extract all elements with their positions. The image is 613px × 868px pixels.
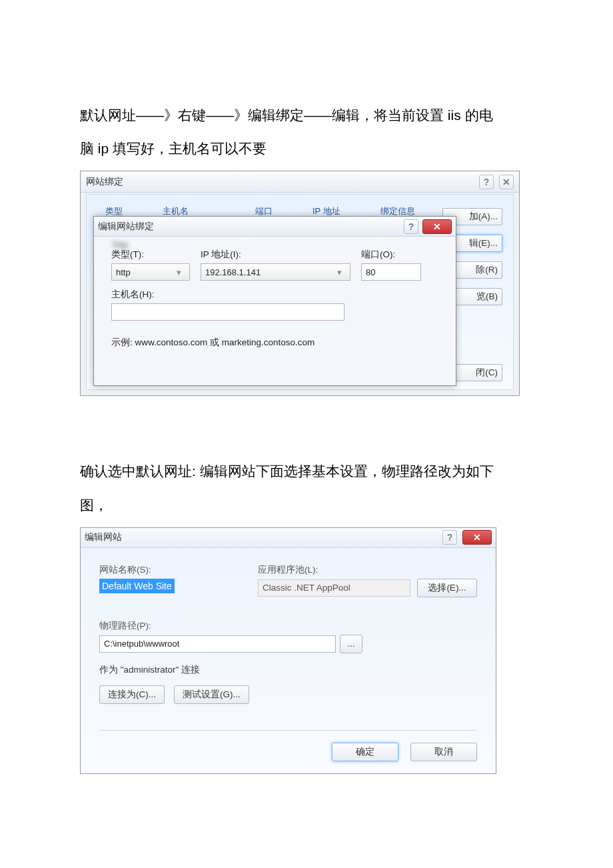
site-bindings-dialog: 网站绑定 ? ✕ 类型 主机名 端口 IP 地址 绑定信息 加(A)... 辑(… [80,171,520,396]
site-name-label: 网站名称(S): [99,564,239,576]
chevron-down-icon: ▾ [333,267,346,277]
type-value: http [116,267,131,277]
example-text: 示例: www.contoso.com 或 marketing.contoso.… [111,337,438,349]
edit-binding-title: 编辑网站绑定 [98,221,154,233]
dialog2-title: 编辑网站 [85,531,122,543]
help-icon[interactable]: ? [404,219,418,234]
close-icon[interactable]: ✕ [462,530,492,545]
blurred-row: http [113,239,440,254]
ok-button[interactable]: 确定 [332,743,398,761]
app-pool-input: Classic .NET AppPool [258,579,410,597]
dialog1-titlebar: 网站绑定 ? ✕ [81,171,519,193]
ip-select[interactable]: 192.168.1.141 ▾ [201,263,350,281]
connect-as-text: 作为 "administrator" 连接 [99,664,477,676]
close-icon[interactable]: ✕ [422,219,452,234]
edit-site-dialog: 编辑网站 ? ✕ 网站名称(S): Default Web Site 应用程序池… [80,527,496,774]
dialog2-titlebar: 编辑网站 ? ✕ [81,528,496,548]
connect-as-button[interactable]: 连接为(C)... [99,685,165,704]
browse-path-button[interactable]: ... [340,635,362,653]
edit-binding-dialog: 编辑网站绑定 ? ✕ http 类型(T): http [93,216,456,386]
physical-path-label: 物理路径(P): [99,620,477,632]
close-icon[interactable]: ✕ [499,175,514,189]
site-name-value: Default Web Site [99,579,239,593]
port-input[interactable] [361,263,421,281]
doc-paragraph-1a: 默认网址——》右键——》编辑绑定——编辑，将当前设置 iis 的电 [80,100,533,131]
host-input[interactable] [111,303,344,321]
test-settings-button[interactable]: 测试设置(G)... [174,685,249,704]
physical-path-input[interactable] [99,635,336,653]
doc-paragraph-2b: 图， [80,490,533,521]
doc-paragraph-2a: 确认选中默认网址: 编辑网站下面选择基本设置，物理路径改为如下 [80,456,533,487]
doc-paragraph-1b: 脑 ip 填写好，主机名可以不要 [80,133,533,164]
help-icon[interactable]: ? [442,530,457,545]
app-pool-label: 应用程序池(L): [258,564,477,576]
cancel-button[interactable]: 取消 [410,743,477,761]
select-app-pool-button[interactable]: 选择(E)... [417,579,477,597]
host-label: 主机名(H): [111,289,344,301]
chevron-down-icon: ▾ [173,267,185,277]
type-select[interactable]: http ▾ [111,263,190,281]
help-icon[interactable]: ? [479,175,494,189]
dialog1-title: 网站绑定 [86,176,123,188]
ip-value: 192.168.1.141 [205,267,261,277]
